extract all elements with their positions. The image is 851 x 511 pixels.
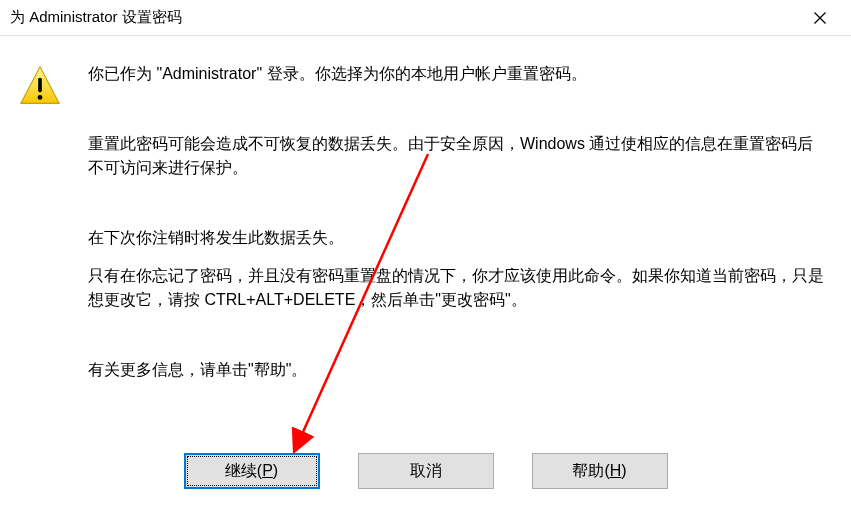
window-title: 为 Administrator 设置密码 (10, 8, 797, 27)
message-line-1: 你已作为 "Administrator" 登录。你选择为你的本地用户帐户重置密码… (88, 62, 827, 86)
message-column: 你已作为 "Administrator" 登录。你选择为你的本地用户帐户重置密码… (88, 62, 833, 382)
help-suffix: ) (621, 462, 626, 479)
help-mnemonic: H (610, 462, 622, 479)
svg-rect-2 (38, 78, 42, 93)
message-line-4: 只有在你忘记了密码，并且没有密码重置盘的情况下，你才应该使用此命令。如果你知道当… (88, 264, 827, 312)
message-line-5: 有关更多信息，请单击"帮助"。 (88, 358, 827, 382)
continue-mnemonic: P (262, 462, 273, 479)
warning-icon (18, 64, 62, 108)
continue-button[interactable]: 继续(P) (184, 453, 320, 489)
button-row: 继续(P) 取消 帮助(H) (0, 453, 851, 489)
continue-suffix: ) (273, 462, 278, 479)
message-line-3: 在下次你注销时将发生此数据丢失。 (88, 226, 827, 250)
message-line-2: 重置此密码可能会造成不可恢复的数据丢失。由于安全原因，Windows 通过使相应… (88, 132, 827, 180)
help-prefix: 帮助( (572, 462, 609, 479)
help-button[interactable]: 帮助(H) (532, 453, 668, 489)
dialog-content: 你已作为 "Administrator" 登录。你选择为你的本地用户帐户重置密码… (0, 36, 851, 382)
continue-prefix: 继续( (225, 462, 262, 479)
close-icon (814, 12, 826, 24)
cancel-button[interactable]: 取消 (358, 453, 494, 489)
titlebar: 为 Administrator 设置密码 (0, 0, 851, 36)
close-button[interactable] (797, 3, 843, 33)
svg-point-3 (38, 95, 43, 100)
icon-column (18, 62, 88, 382)
